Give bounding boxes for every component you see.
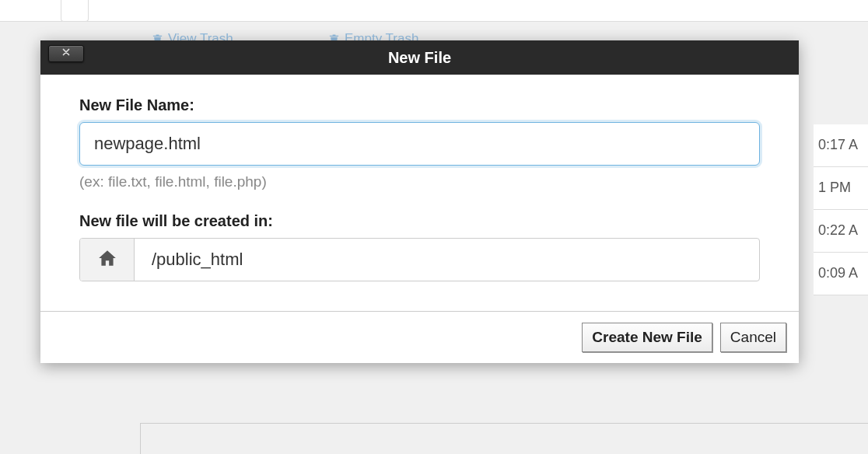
location-label: New file will be created in: [79, 212, 760, 230]
location-path: /public_html [135, 239, 759, 281]
filename-input[interactable] [79, 122, 760, 166]
bg-bottom-border [140, 423, 868, 454]
dialog-body: New File Name: (ex: file.txt, file.html,… [40, 75, 799, 311]
filename-label: New File Name: [79, 96, 760, 114]
close-icon [61, 47, 72, 61]
dialog-title: New File [388, 49, 451, 67]
list-item: 1 PM [814, 167, 868, 210]
dialog-header: New File [40, 40, 799, 75]
bg-icon-square [61, 0, 89, 22]
home-button[interactable] [80, 239, 135, 281]
location-row: /public_html [79, 238, 760, 281]
home-icon [97, 248, 117, 271]
list-item: 0:17 A [814, 124, 868, 167]
dialog-footer: Create New File Cancel [40, 311, 799, 363]
create-new-file-button[interactable]: Create New File [582, 323, 712, 352]
new-file-dialog: New File New File Name: (ex: file.txt, f… [40, 40, 799, 363]
filename-hint: (ex: file.txt, file.html, file.php) [79, 173, 760, 190]
bg-topbar [0, 0, 868, 22]
cancel-button[interactable]: Cancel [720, 323, 786, 352]
list-item: 0:09 A [814, 253, 868, 295]
close-button[interactable] [48, 45, 84, 62]
bg-right-times: 0:17 A 1 PM 0:22 A 0:09 A [814, 124, 868, 295]
list-item: 0:22 A [814, 210, 868, 253]
